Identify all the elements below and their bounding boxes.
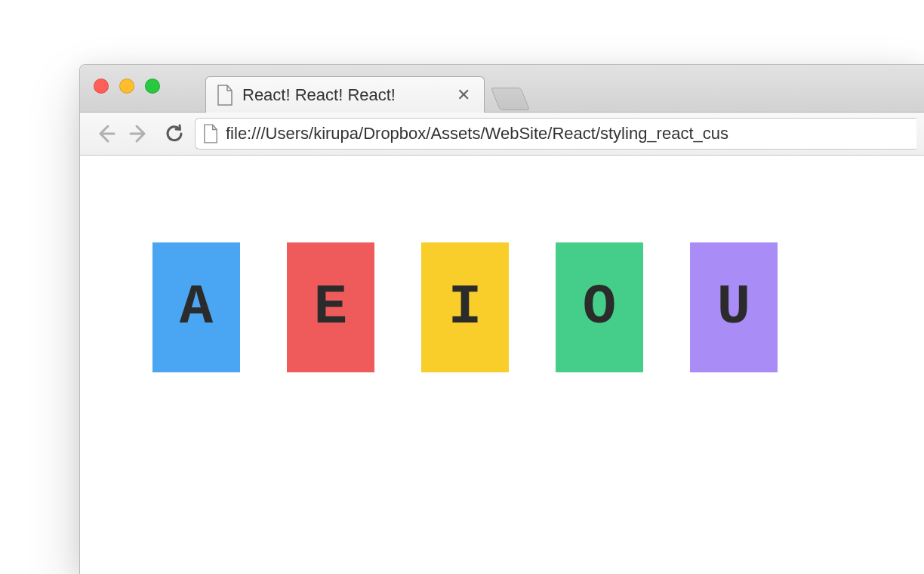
window-controls [94, 79, 160, 94]
letter: A [180, 276, 213, 339]
tab-strip: React! React! React! ✕ [80, 65, 924, 113]
letter: O [583, 276, 616, 339]
arrow-left-icon [94, 123, 116, 144]
minimize-window-button[interactable] [119, 79, 134, 94]
letter-box: I [421, 242, 509, 372]
new-tab-button[interactable] [491, 88, 530, 110]
back-button[interactable] [91, 119, 119, 148]
letter-box: E [287, 242, 374, 372]
letter: E [314, 276, 347, 339]
browser-window: React! React! React! ✕ f [79, 64, 924, 574]
browser-tab[interactable]: React! React! React! ✕ [205, 76, 485, 113]
toolbar: file:///Users/kirupa/Dropbox/Assets/WebS… [80, 113, 924, 156]
page-content: A E I O U [80, 156, 924, 372]
maximize-window-button[interactable] [145, 79, 160, 94]
letter-box: U [690, 242, 778, 372]
file-icon [203, 124, 218, 144]
letter: I [448, 276, 482, 339]
url-text: file:///Users/kirupa/Dropbox/Assets/WebS… [226, 124, 728, 144]
letter-box: O [556, 242, 643, 372]
tab-title: React! React! React! [242, 85, 396, 105]
close-tab-button[interactable]: ✕ [454, 85, 473, 105]
forward-button[interactable] [125, 119, 154, 148]
address-bar[interactable]: file:///Users/kirupa/Dropbox/Assets/WebS… [195, 118, 916, 150]
letter: U [717, 276, 750, 339]
close-window-button[interactable] [94, 79, 109, 94]
arrow-right-icon [129, 123, 150, 144]
reload-icon [165, 124, 184, 144]
letter-box: A [152, 242, 240, 372]
page-icon [217, 85, 233, 106]
reload-button[interactable] [160, 119, 189, 148]
